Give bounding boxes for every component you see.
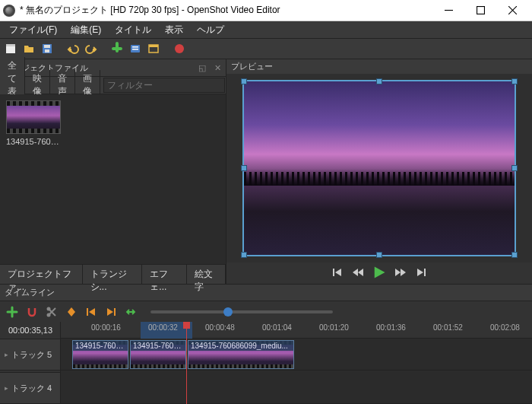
zoom-slider[interactable] <box>150 310 333 313</box>
app-icon <box>3 5 15 17</box>
resize-handle[interactable] <box>376 78 382 84</box>
resize-handle[interactable] <box>241 252 247 258</box>
thumbnail-icon <box>6 100 61 134</box>
resize-handle[interactable] <box>511 78 518 84</box>
open-project-button[interactable] <box>21 41 36 56</box>
resize-handle[interactable] <box>376 252 382 258</box>
clip[interactable]: 134915-760686099_mediu... <box>188 340 294 369</box>
playhead[interactable] <box>186 322 187 404</box>
timeline-ruler[interactable]: 00:00:16 00:00:32 00:00:48 00:01:04 00:0… <box>61 322 532 339</box>
redo-button[interactable] <box>84 41 99 56</box>
filter-tabs: 全て表示 映像 音声 画像 <box>0 76 226 94</box>
fullscreen-button[interactable] <box>146 41 161 56</box>
preview-panel: プレビュー <box>226 59 532 284</box>
playback-controls <box>226 262 532 284</box>
snap-button[interactable] <box>24 304 40 320</box>
project-files-list[interactable]: 134915-7606... <box>0 94 226 264</box>
ruler-tick: 00:02:08 <box>490 323 520 332</box>
new-project-button[interactable] <box>3 41 18 56</box>
left-panel-tabs: プロジェクトファ... トランジシ... エフェ... 絵文字 <box>0 264 226 284</box>
timeline-title: タイムライン <box>5 287 55 298</box>
svg-point-17 <box>47 313 51 317</box>
clip-label: 134915-760686... <box>73 341 128 351</box>
track-4-lane[interactable] <box>61 372 532 404</box>
svg-rect-10 <box>132 46 138 48</box>
prev-marker-button[interactable] <box>84 304 99 320</box>
rewind-button[interactable] <box>352 266 364 281</box>
track-area[interactable]: 00:00:16 00:00:32 00:00:48 00:01:04 00:0… <box>61 322 532 404</box>
maximize-button[interactable] <box>471 2 489 20</box>
clip[interactable]: 134915-760686... <box>130 340 186 369</box>
clip-label: 134915-760686099_mediu... <box>188 341 293 351</box>
timeline-toolbar <box>0 301 532 322</box>
resize-handle[interactable] <box>511 165 518 171</box>
ruler-tick: 00:00:32 <box>148 323 178 332</box>
svg-point-14 <box>175 44 184 53</box>
track-gutter: 00:00:35,13 ▸トラック 5 ▸トラック 4 <box>0 322 61 404</box>
resize-handle[interactable] <box>511 252 518 258</box>
close-panel-icon[interactable]: ✕ <box>214 63 221 73</box>
svg-point-18 <box>47 307 51 310</box>
clip[interactable]: 134915-760686... <box>72 340 128 369</box>
jump-end-button[interactable] <box>414 266 426 281</box>
center-playhead-button[interactable] <box>123 304 138 320</box>
svg-rect-7 <box>44 45 50 48</box>
menu-edit[interactable]: 編集(E) <box>65 22 107 38</box>
timeline: 00:00:35,13 ▸トラック 5 ▸トラック 4 00:00:16 00:… <box>0 322 532 404</box>
resize-handle[interactable] <box>241 78 247 84</box>
menu-help[interactable]: ヘルプ <box>191 22 230 38</box>
track-4-header[interactable]: ▸トラック 4 <box>0 372 60 404</box>
ruler-tick: 00:01:52 <box>433 323 463 332</box>
filter-input[interactable] <box>103 78 225 93</box>
thumbnail-label: 134915-7606... <box>6 137 61 146</box>
tab-emoji[interactable]: 絵文字 <box>187 265 226 284</box>
menu-file[interactable]: ファイル(F) <box>3 22 63 38</box>
svg-rect-15 <box>333 269 334 276</box>
minimize-button[interactable] <box>439 2 458 20</box>
svg-rect-11 <box>132 49 138 50</box>
marker-button[interactable] <box>64 304 79 320</box>
ruler-tick: 00:01:36 <box>376 323 406 332</box>
fast-forward-button[interactable] <box>394 266 407 281</box>
menu-view[interactable]: 表示 <box>159 22 189 38</box>
track-5-header[interactable]: ▸トラック 5 <box>0 339 60 371</box>
tab-effects[interactable]: エフェ... <box>142 265 187 284</box>
track-5-lane[interactable]: 134915-760686... 134915-760686... 134915… <box>61 339 532 371</box>
ruler-tick: 00:00:16 <box>91 323 121 332</box>
undo-button[interactable] <box>65 41 81 56</box>
clip-label: 134915-760686... <box>131 341 185 351</box>
ruler-tick: 00:01:04 <box>262 323 292 332</box>
window-titlebar: * 無名のプロジェクト [HD 720p 30 fps] - OpenShot … <box>0 0 532 21</box>
track-4-label: トラック 4 <box>11 383 52 394</box>
ruler-tick: 00:01:20 <box>319 323 349 332</box>
preview-title: プレビュー <box>231 61 273 72</box>
jump-start-button[interactable] <box>332 266 344 281</box>
razor-button[interactable] <box>44 304 59 320</box>
undock-icon[interactable]: ◱ <box>198 63 206 73</box>
close-button[interactable] <box>503 2 521 20</box>
next-marker-button[interactable] <box>103 304 119 320</box>
add-track-button[interactable] <box>5 304 20 320</box>
svg-rect-13 <box>149 45 158 47</box>
svg-rect-19 <box>87 308 88 316</box>
menu-title[interactable]: タイトル <box>109 22 157 38</box>
preview-frame[interactable] <box>242 80 516 256</box>
preview-viewport[interactable] <box>226 74 532 262</box>
project-file-item[interactable]: 134915-7606... <box>6 100 61 146</box>
timecode-display: 00:00:35,13 <box>0 322 61 339</box>
zoom-thumb[interactable] <box>223 307 233 317</box>
project-files-panel: プロジェクトファイル ◱ ✕ 全て表示 映像 音声 画像 134915-7606… <box>0 59 226 284</box>
window-title: * 無名のプロジェクト [HD 720p 30 fps] - OpenShot … <box>20 4 439 17</box>
tab-project-files[interactable]: プロジェクトファ... <box>0 265 83 284</box>
play-button[interactable] <box>372 265 387 282</box>
profile-button[interactable] <box>128 41 143 56</box>
svg-rect-1 <box>477 7 484 14</box>
save-project-button[interactable] <box>40 41 55 56</box>
export-button[interactable] <box>172 41 187 56</box>
svg-rect-16 <box>424 269 426 276</box>
import-files-button[interactable] <box>109 41 125 56</box>
tab-transitions[interactable]: トランジシ... <box>83 265 143 284</box>
ruler-tick: 00:00:48 <box>205 323 235 332</box>
svg-rect-20 <box>114 308 116 316</box>
resize-handle[interactable] <box>241 165 247 171</box>
